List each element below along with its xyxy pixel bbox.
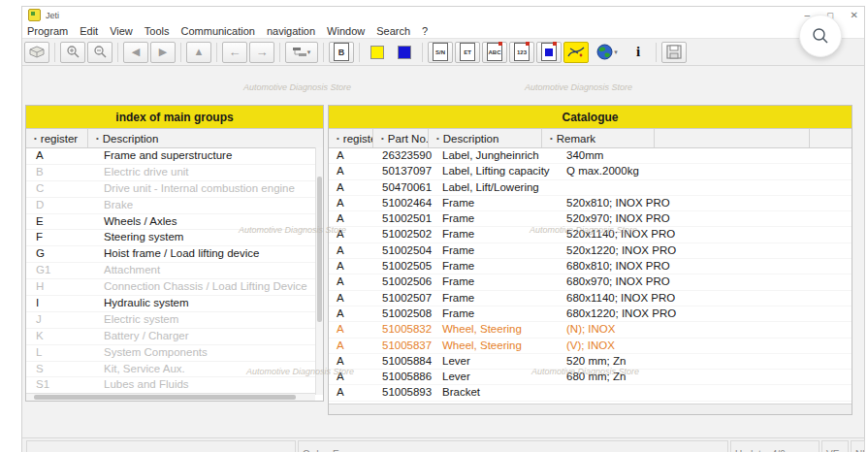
description-cell: Drive unit - Internal combustion engine (104, 181, 323, 197)
serial-number-doc-icon[interactable]: S/N (428, 42, 453, 63)
vertical-scrollbar[interactable] (315, 147, 323, 395)
yellow-square-icon[interactable] (365, 42, 390, 63)
toolbar-separator (359, 43, 360, 62)
part-no-cell: 51002501 (382, 211, 442, 226)
main-group-row[interactable]: A Frame and superstructure (26, 148, 323, 165)
catalogue-row[interactable]: A 51002502 Frame 520x1140; INOX PRO (329, 227, 852, 242)
catalogue-row[interactable]: A 51002464 Frame 520x810; INOX PRO (329, 196, 852, 211)
status-cell: Update: 4/9 (730, 440, 820, 452)
column-header-label: Description (443, 133, 499, 145)
main-group-row[interactable]: L System Components (26, 345, 323, 362)
main-group-row[interactable]: B Electric drive unit (26, 165, 323, 181)
main-group-row[interactable]: J Electric system (26, 312, 323, 329)
description-cell: Label, Lift/Lowering (442, 180, 566, 195)
document-b-icon[interactable]: B (329, 42, 354, 63)
catalogue-row[interactable]: A 51002506 Frame 680x970; INOX PRO (329, 274, 852, 290)
register-cell: A (329, 307, 382, 321)
blue-doc-icon[interactable] (536, 42, 562, 63)
save-icon[interactable] (661, 42, 687, 63)
catalogue-row[interactable]: A 51002504 Frame 520x1220; INOX PRO (329, 243, 852, 259)
remark-cell: 680x970; INOX PRO (566, 274, 852, 289)
column-header-description[interactable]: • Description (429, 129, 542, 147)
zoom-out-icon[interactable] (87, 42, 113, 63)
yellow-square-icon (370, 46, 384, 59)
main-group-row[interactable]: C Drive unit - Internal combustion engin… (26, 181, 323, 198)
menu-window[interactable]: Window (327, 25, 365, 37)
catalogue-row[interactable]: A 51002508 Frame 680x1220; INOX PRO (329, 307, 852, 322)
part-no-cell: 51002508 (382, 307, 442, 321)
description-cell: Frame (442, 211, 566, 226)
main-group-row[interactable]: G1 Attachment (26, 263, 323, 279)
part-no-cell: 51005837 (382, 339, 442, 353)
main-group-row[interactable]: K Battery / Charger (26, 329, 323, 345)
catalogue-row[interactable]: A 26323590 Label, Jungheinrich 340mm (329, 148, 852, 164)
tree-view-icon[interactable]: ▾ (285, 42, 318, 63)
globe-icon (596, 44, 613, 60)
register-cell: K (26, 329, 104, 344)
horizontal-scrollbar[interactable] (26, 393, 315, 401)
blue-square-icon[interactable] (392, 42, 417, 63)
column-header-register[interactable]: • register (26, 129, 88, 147)
scrollbar-thumb[interactable] (317, 177, 322, 322)
column-header-label: Remark (557, 133, 595, 145)
catalogue-row[interactable]: A 51002501 Frame 520x970; INOX PRO (329, 211, 852, 227)
main-group-row[interactable]: I Hydraulic system (26, 296, 323, 312)
sort-bullet-icon: • (550, 134, 553, 143)
tree-view-icon (293, 47, 306, 57)
main-group-row[interactable]: S Kit, Service Aux. (26, 362, 323, 378)
remark-cell: 520x810; INOX PRO (566, 196, 852, 210)
main-group-row[interactable]: E Wheels / Axles (26, 214, 323, 231)
title-bar[interactable]: Jeti – ◻ ✕ (22, 7, 864, 23)
nav-forward-icon[interactable]: ▶ (150, 42, 176, 63)
arrow-left-icon[interactable]: ← (222, 42, 247, 63)
main-group-row[interactable]: S1 Lubes and Fluids (26, 377, 323, 394)
main-group-row[interactable]: D Brake (26, 198, 323, 214)
catalogue-row[interactable]: A 50470061 Label, Lift/Lowering (329, 180, 852, 196)
part-no-cell: 51005884 (382, 354, 442, 369)
menu-view[interactable]: View (110, 25, 133, 37)
catalogue-row[interactable]: A 51005832 Wheel, Steering (N); INOX (329, 322, 852, 338)
register-cell: L (26, 345, 104, 361)
arrow-right-icon[interactable]: → (249, 42, 274, 63)
parts-drawing-icon[interactable] (563, 42, 589, 63)
menu-navigation[interactable]: navigation (267, 25, 315, 37)
catalogue-row[interactable]: A 51002507 Frame 680x1140; INOX PRO (329, 291, 852, 307)
description-cell: Frame (442, 291, 566, 306)
zoom-in-icon[interactable] (60, 42, 85, 63)
menu-program[interactable]: Program (27, 25, 68, 37)
abc-doc-icon[interactable]: ABC (482, 42, 507, 63)
column-header-part-no[interactable]: • Part No. (373, 129, 429, 147)
catalogue-row[interactable]: A 51002505 Frame 680x810; INOX PRO (329, 259, 852, 274)
nav-up-icon[interactable]: ▲ (186, 42, 211, 63)
column-header-remark[interactable]: • Remark (542, 129, 655, 147)
info-icon[interactable]: i (626, 42, 651, 63)
globe-icon[interactable]: ▾ (591, 42, 624, 63)
main-group-row[interactable]: H Connection Chassis / Load Lifting Devi… (26, 279, 323, 296)
catalogue-row[interactable]: A 51005893 Bracket (329, 385, 852, 401)
menu-edit[interactable]: Edit (80, 25, 98, 37)
et-doc-icon[interactable]: ET (455, 42, 480, 63)
catalogue-row[interactable]: A 50137097 Label, Lifting capacity Q max… (329, 164, 852, 179)
123-doc-icon[interactable]: 123 (509, 42, 534, 63)
scrollbar-thumb[interactable] (34, 395, 296, 400)
part-no-cell: 50470061 (382, 180, 442, 195)
catalogue-row[interactable]: A 51005886 Lever 680 mm; Zn (329, 370, 852, 385)
register-cell: A (329, 274, 382, 289)
menu-search[interactable]: Search (376, 25, 410, 37)
menu-help[interactable]: ? (422, 25, 428, 37)
main-group-row[interactable]: F Steering system (26, 230, 323, 246)
column-header-description[interactable]: • Description (88, 129, 323, 147)
close-button[interactable]: ✕ (851, 10, 858, 20)
catalogue-row[interactable]: A 51005837 Wheel, Steering (V); INOX (329, 339, 852, 354)
horizontal-scrollbar[interactable] (329, 404, 852, 414)
register-cell: I (26, 296, 104, 311)
main-group-row[interactable]: G Hoist frame / Load lifting device (26, 246, 323, 263)
menu-communication[interactable]: Communication (181, 25, 255, 37)
catalogue-row[interactable]: A 51005884 Lever 520 mm; Zn (329, 354, 852, 370)
register-cell: E (26, 214, 104, 230)
menu-tools[interactable]: Tools (145, 25, 170, 37)
column-header-register[interactable]: • register (329, 129, 373, 147)
search-button[interactable] (799, 15, 842, 57)
package-icon[interactable] (24, 42, 49, 63)
nav-back-icon[interactable]: ◀ (123, 42, 148, 63)
